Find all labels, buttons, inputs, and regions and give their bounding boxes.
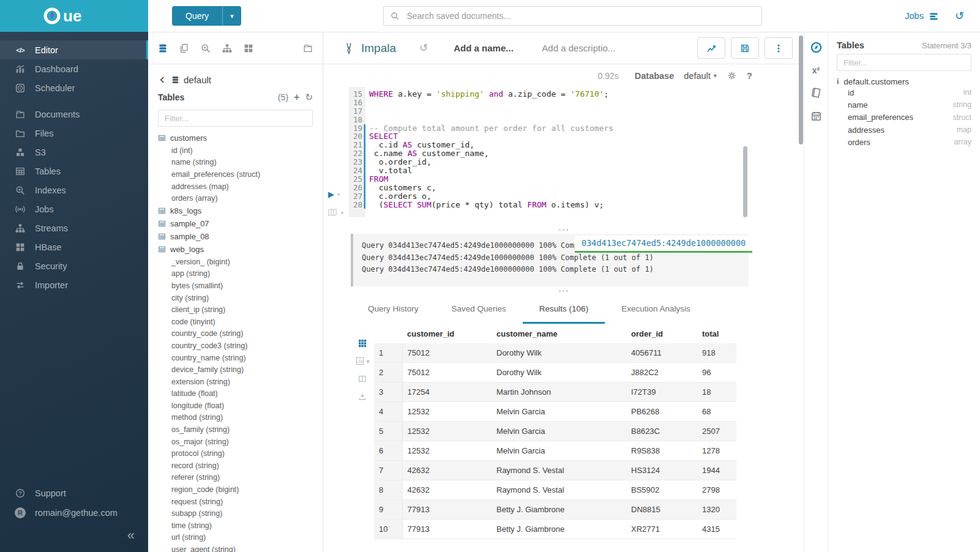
right-column-item[interactable]: idint <box>837 86 971 99</box>
column-item[interactable]: orders (array) <box>158 192 313 204</box>
schedule-calendar-icon[interactable] <box>810 110 822 122</box>
columns-view-icon[interactable] <box>357 374 367 384</box>
column-item[interactable]: name (string) <box>158 157 313 169</box>
query-history-icon[interactable]: ↺ <box>419 42 428 54</box>
sidebar-item-documents[interactable]: Documents <box>0 105 148 124</box>
column-item[interactable]: os_family (string) <box>158 423 313 436</box>
sidebar-item-scheduler[interactable]: Scheduler <box>0 78 148 97</box>
right-column-item[interactable]: addressesmap <box>837 124 971 136</box>
apps-grid-icon[interactable] <box>243 43 254 54</box>
query-description-input[interactable] <box>540 42 635 54</box>
language-reference-book-icon[interactable] <box>810 87 822 99</box>
table-row[interactable]: 512532Melvin GarciaB8623C2507 <box>374 422 736 441</box>
code-text[interactable]: WHERE a.key = 'shipping' and a.zip_code … <box>365 90 608 99</box>
tab-saved-queries[interactable]: Saved Queries <box>435 295 523 324</box>
code-text[interactable]: SELECT <box>365 132 398 141</box>
job-id-badge[interactable]: 034d413ec7474ed5:4249de1000000000 <box>575 236 752 253</box>
execute-options-caret-icon[interactable]: ▾ <box>337 191 340 198</box>
tab-results-106-[interactable]: Results (106) <box>523 295 605 324</box>
column-item[interactable]: method (string) <box>158 412 313 424</box>
table-row[interactable]: 842632Raymond S. VestalBS59022798 <box>374 480 736 500</box>
map-icon[interactable] <box>327 207 338 218</box>
documents-pages-icon[interactable] <box>179 43 190 54</box>
code-line[interactable]: 21 c.id AS customer_id, <box>349 141 742 149</box>
column-item[interactable]: country_code3 (string) <box>158 340 313 352</box>
right-column-item[interactable]: ordersarray <box>837 136 971 148</box>
code-text[interactable] <box>365 107 369 116</box>
active-table[interactable]: i default.customers <box>837 77 971 86</box>
sidebar-item-hbase[interactable]: HBase <box>0 237 148 256</box>
sidebar-footer-support[interactable]: ?Support <box>0 483 148 503</box>
sidebar-item-jobs[interactable]: Jobs <box>0 200 148 218</box>
code-text[interactable]: customers c, <box>365 184 436 192</box>
column-item[interactable]: referer (string) <box>158 472 313 484</box>
results-column-header[interactable]: total <box>697 324 736 343</box>
column-item[interactable]: os_major (string) <box>158 436 313 448</box>
databases-icon[interactable] <box>157 43 168 54</box>
sidebar-item-importer[interactable]: Importer <box>0 275 148 294</box>
results-column-header[interactable]: customer_id <box>402 324 492 343</box>
functions-icon[interactable]: x² <box>812 65 820 75</box>
sidebar-item-tables[interactable]: Tables <box>0 162 148 181</box>
search-zoom-icon[interactable] <box>200 43 211 54</box>
assist-compass-icon[interactable] <box>810 41 823 54</box>
column-item[interactable]: url (string) <box>158 532 313 544</box>
column-item[interactable]: user_agent (string) <box>158 543 313 552</box>
new-query-button[interactable]: Query ▾ <box>172 6 241 26</box>
code-line[interactable]: 27 c.orders o, <box>349 192 742 201</box>
column-item[interactable]: bytes (smallint) <box>158 280 313 292</box>
sidebar-collapse-button[interactable]: « <box>0 523 148 548</box>
engine-selector[interactable]: Impala <box>342 42 396 55</box>
tab-execution-analysis[interactable]: Execution Analysis <box>605 295 707 324</box>
column-item[interactable]: addresses (map) <box>158 181 313 193</box>
database-breadcrumb[interactable]: default <box>158 72 313 88</box>
query-name-input[interactable] <box>452 42 527 54</box>
execute-play-icon[interactable]: ▶ <box>328 189 334 200</box>
sidebar-item-editor[interactable]: </>Editor <box>0 40 148 59</box>
column-item[interactable]: request (string) <box>158 496 313 508</box>
code-line[interactable]: 25FROM <box>349 175 742 184</box>
column-item[interactable]: email_preferences (struct) <box>158 168 313 181</box>
tab-query-history[interactable]: Query History <box>351 295 435 324</box>
code-text[interactable]: c.name AS customer_name, <box>365 149 489 158</box>
search-input[interactable] <box>405 10 755 21</box>
sidebar-item-security[interactable]: Security <box>0 256 148 275</box>
code-lines[interactable]: 15WHERE a.key = 'shipping' and a.zip_cod… <box>349 90 742 209</box>
right-column-item[interactable]: namestring <box>837 99 971 111</box>
column-item[interactable]: client_ip (string) <box>158 304 313 316</box>
code-text[interactable]: c.orders o, <box>365 192 432 201</box>
column-item[interactable]: latitude (float) <box>158 388 313 400</box>
table-item-k8s_logs[interactable]: k8s_logs <box>158 204 313 217</box>
code-text[interactable]: c.id AS customer_id, <box>365 141 474 149</box>
table-item-customers[interactable]: customers <box>158 132 313 144</box>
table-row[interactable]: 1077913Betty J. GiambroneXR27714315 <box>374 520 736 539</box>
column-item[interactable]: region_code (bigint) <box>158 483 313 496</box>
code-line[interactable]: 15WHERE a.key = 'shipping' and a.zip_cod… <box>349 90 742 99</box>
table-row[interactable]: 175012Dorothy Wilk4056711918 <box>374 343 736 363</box>
column-item[interactable]: country_code (string) <box>158 328 313 340</box>
column-item[interactable]: _version_ (bigint) <box>158 256 313 268</box>
column-item[interactable]: code (tinyint) <box>158 316 313 328</box>
code-text[interactable] <box>365 99 369 107</box>
sidebar-item-dashboard[interactable]: Dashboard <box>0 59 148 78</box>
table-row[interactable]: 612532Melvin GarciaR9S8381278 <box>374 441 736 461</box>
code-text[interactable]: (SELECT SUM(price * qty) total FROM o.it… <box>365 201 604 209</box>
resize-grip-top[interactable] <box>323 225 804 234</box>
sql-editor[interactable]: 15WHERE a.key = 'shipping' and a.zip_cod… <box>323 87 804 225</box>
chart-button[interactable] <box>697 37 725 59</box>
code-line[interactable]: 18 <box>349 116 742 124</box>
table-row[interactable]: 317254Martin JohnsonI72T3918 <box>374 382 736 402</box>
main-scrollbar[interactable] <box>799 35 803 144</box>
code-text[interactable]: o.order_id, <box>365 158 432 166</box>
table-item-sample_08[interactable]: sample_08 <box>158 230 313 243</box>
code-line[interactable]: 24 v.total <box>349 166 742 175</box>
right-column-item[interactable]: email_preferencesstruct <box>837 111 971 124</box>
refresh-icon[interactable]: ↻ <box>305 92 313 103</box>
add-table-icon[interactable]: + <box>294 92 299 103</box>
table-row[interactable]: 412532Melvin GarciaPB626868 <box>374 402 736 422</box>
code-text[interactable]: v.total <box>365 166 412 175</box>
table-item-sample_07[interactable]: sample_07 <box>158 217 313 230</box>
code-line[interactable]: 20SELECT <box>349 132 742 141</box>
column-item[interactable]: device_family (string) <box>158 364 313 376</box>
column-item[interactable]: longitude (float) <box>158 400 313 412</box>
